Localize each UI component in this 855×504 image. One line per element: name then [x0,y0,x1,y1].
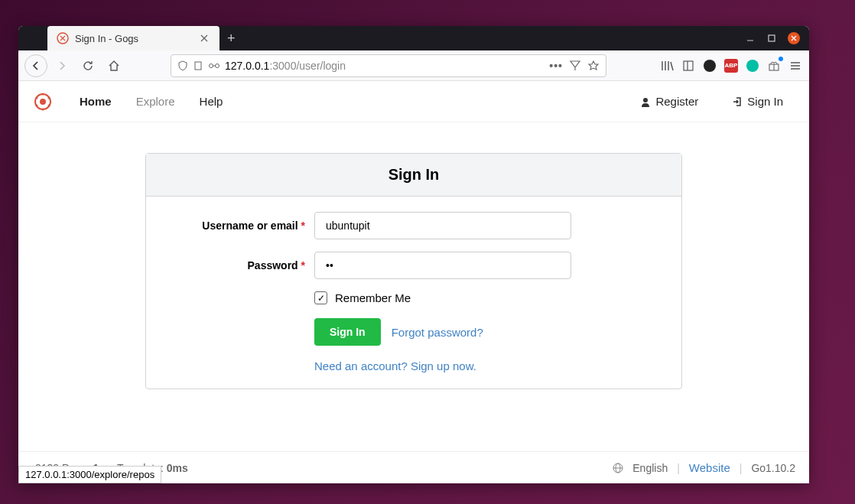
browser-tab[interactable]: Sign In - Gogs [47,26,219,50]
nav-home[interactable]: Home [67,81,124,122]
nav-register[interactable]: Register [628,95,710,108]
svg-point-16 [42,93,44,95]
extension-dark-icon[interactable] [702,58,717,73]
gogs-favicon [57,32,69,44]
extension-green-icon[interactable] [745,58,760,73]
address-security-icons [177,60,220,71]
tab-bar: Sign In - Gogs + [18,26,809,50]
minimize-button[interactable] [745,33,756,44]
signin-icon [732,96,743,107]
nav-explore[interactable]: Explore [124,81,187,122]
signin-button[interactable]: Sign In [314,318,381,346]
close-tab-icon[interactable] [198,32,210,44]
svg-point-19 [42,108,44,110]
back-button[interactable] [24,54,47,77]
password-label: Password * [161,259,314,272]
address-actions: ••• [549,60,600,72]
reader-icon[interactable] [569,60,581,72]
username-label: Username or email * [161,219,314,232]
register-label: Register [655,95,698,108]
svg-point-4 [210,63,213,67]
new-tab-button[interactable]: + [219,26,243,50]
language-selector[interactable]: English [632,462,668,474]
username-input[interactable] [314,212,571,239]
library-icon[interactable] [659,58,675,73]
signin-label: Sign In [747,95,783,108]
forgot-password-link[interactable]: Forgot password? [392,326,483,339]
svg-point-18 [48,104,50,106]
close-window-button[interactable] [788,32,800,44]
gogs-logo[interactable] [32,91,54,112]
password-input[interactable] [314,252,571,279]
tab-title: Sign In - Gogs [75,33,138,44]
svg-rect-7 [684,61,693,70]
url-text: 127.0.0.1:3000/user/login [225,60,545,72]
svg-point-20 [36,104,38,106]
status-bar-hover: 127.0.0.1:3000/explore/repos [18,466,161,483]
svg-point-22 [643,98,648,102]
browser-window: Sign In - Gogs + [18,26,809,483]
svg-point-21 [36,96,38,99]
maximize-button[interactable] [766,33,777,44]
svg-point-5 [216,63,219,67]
svg-rect-2 [769,35,775,41]
remember-checkbox[interactable]: ✓ [314,291,327,304]
globe-icon [613,463,623,473]
svg-point-15 [40,99,46,105]
svg-rect-3 [195,62,201,70]
connection-icon [208,60,220,71]
remember-label: Remember Me [335,291,411,304]
extension-gift-icon[interactable] [766,58,782,73]
nav-help[interactable]: Help [187,81,236,122]
sidebar-icon[interactable] [681,58,696,73]
page-content: Home Explore Help Register Sign In Sign … [18,81,809,483]
gogs-navbar: Home Explore Help Register Sign In [18,81,809,122]
go-version: Go1.10.2 [751,462,795,474]
login-panel: Sign In Username or email * Password * ✓… [145,153,682,389]
window-controls [745,26,809,50]
browser-toolbar: 127.0.0.1:3000/user/login ••• ABP [18,50,809,81]
user-icon [640,96,651,107]
page-icon [193,60,203,71]
home-button[interactable] [102,54,125,77]
shield-icon[interactable] [177,60,188,71]
forward-button[interactable] [50,54,73,77]
signup-link[interactable]: Need an account? Sign up now. [314,359,476,372]
toolbar-extensions: ABP [659,58,803,73]
page-actions-icon[interactable]: ••• [549,60,563,72]
adblock-icon[interactable]: ABP [723,58,739,73]
reload-button[interactable] [76,54,99,77]
address-bar[interactable]: 127.0.0.1:3000/user/login ••• [171,54,606,77]
nav-signin[interactable]: Sign In [720,95,795,108]
login-title: Sign In [146,154,681,197]
bookmark-star-icon[interactable] [587,60,600,72]
svg-point-17 [48,96,50,99]
website-link[interactable]: Website [689,461,730,474]
menu-icon[interactable] [788,58,803,73]
